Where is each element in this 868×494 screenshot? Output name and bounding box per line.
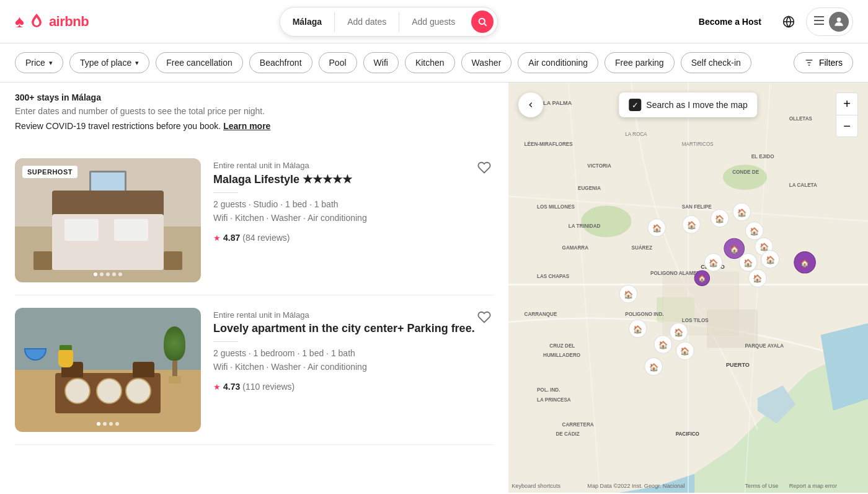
listing-rating-2: ★ 4.73 (110 reviews) bbox=[213, 382, 494, 392]
self-check-in-label: Self check-in bbox=[691, 58, 741, 68]
guests-input[interactable]: Add guests bbox=[399, 12, 467, 32]
zoom-out-button[interactable]: − bbox=[836, 115, 858, 137]
star-icon: ★ bbox=[213, 233, 221, 243]
svg-point-17 bbox=[581, 205, 631, 237]
listing-title-2[interactable]: Lovely apartment in the city center+ Par… bbox=[213, 322, 494, 335]
filter-chip-kitchen[interactable]: Kitchen bbox=[405, 52, 455, 73]
map-area[interactable]: LA PALMA PARQUE DEL SUR OLLETAS EL EJIDO… bbox=[508, 83, 868, 493]
filter-icon bbox=[804, 58, 814, 68]
listing-title-1[interactable]: Malaga Lifestyle ★★★★★ bbox=[213, 173, 494, 186]
map-placeholder: LA PALMA PARQUE DEL SUR OLLETAS EL EJIDO… bbox=[508, 83, 868, 493]
learn-more-link[interactable]: Learn more bbox=[223, 121, 270, 131]
bed bbox=[52, 214, 164, 270]
zoom-in-button[interactable]: + bbox=[836, 92, 858, 115]
search-as-move-control[interactable]: ✓ Search as I move the map bbox=[619, 92, 757, 117]
search-bar: Málaga Add dates Add guests bbox=[280, 7, 498, 37]
dates-input[interactable]: Add dates bbox=[335, 12, 399, 32]
map-svg: LA PALMA PARQUE DEL SUR OLLETAS EL EJIDO… bbox=[508, 83, 868, 493]
listing-info-2: Entire rental unit in Málaga Lovely apar… bbox=[213, 308, 494, 432]
filters-button[interactable]: Filters bbox=[794, 52, 853, 73]
logo[interactable]: ♠ airbnb bbox=[15, 12, 89, 32]
svg-text:CONDE DE: CONDE DE bbox=[732, 169, 759, 175]
listing-card-2: Entire rental unit in Málaga Lovely apar… bbox=[15, 295, 494, 445]
hamburger-icon bbox=[814, 16, 824, 27]
svg-text:🏠: 🏠 bbox=[743, 258, 753, 268]
svg-text:🏠: 🏠 bbox=[633, 325, 643, 335]
airbnb-flame-icon bbox=[28, 13, 45, 30]
search-button[interactable] bbox=[471, 11, 494, 33]
chair-back bbox=[133, 362, 154, 377]
washer-label: Washer bbox=[472, 58, 502, 68]
svg-text:🏠: 🏠 bbox=[674, 328, 684, 338]
rating-value-2: 4.73 bbox=[223, 382, 240, 392]
svg-text:🏠: 🏠 bbox=[715, 214, 725, 224]
headboard bbox=[52, 191, 164, 215]
listing-amenities-2: Wifi · Kitchen · Washer · Air conditioni… bbox=[213, 362, 494, 372]
header: ♠ airbnb Málaga Add dates Add guests Bec… bbox=[0, 0, 868, 43]
filter-chip-price[interactable]: Price ▾ bbox=[15, 52, 63, 73]
price-label: Price bbox=[25, 58, 45, 68]
pool-label: Pool bbox=[329, 58, 347, 68]
filter-chip-air-conditioning[interactable]: Air conditioning bbox=[518, 52, 598, 73]
filter-chip-washer[interactable]: Washer bbox=[461, 52, 512, 73]
svg-text:🏠: 🏠 bbox=[750, 227, 760, 236]
left-panel: 300+ stays in Málaga Enter dates and num… bbox=[0, 83, 508, 493]
become-host-button[interactable]: Become a Host bbox=[689, 11, 771, 33]
wishlist-button-1[interactable] bbox=[477, 161, 491, 178]
svg-text:SAN FELIPE: SAN FELIPE bbox=[682, 204, 712, 210]
filter-chip-free-cancellation[interactable]: Free cancellation bbox=[156, 52, 243, 73]
svg-text:🏠: 🏠 bbox=[680, 346, 690, 356]
search-as-move-label: Search as I move the map bbox=[646, 100, 747, 110]
svg-text:POLIGONO IND.: POLIGONO IND. bbox=[625, 312, 663, 317]
svg-text:CARRANQUE: CARRANQUE bbox=[525, 312, 557, 317]
image-dots-2 bbox=[97, 422, 119, 426]
image-dots-1 bbox=[94, 272, 122, 276]
svg-text:SUÁREZ: SUÁREZ bbox=[631, 245, 652, 251]
dot bbox=[94, 272, 97, 276]
results-count: 300+ stays in Málaga bbox=[15, 92, 494, 102]
svg-text:LA TRINIDAD: LA TRINIDAD bbox=[569, 223, 601, 229]
svg-text:CRUZ DEL: CRUZ DEL bbox=[549, 343, 575, 349]
listing-info-1: Entire rental unit in Málaga Malaga Life… bbox=[213, 158, 494, 282]
svg-text:🏠: 🏠 bbox=[766, 255, 776, 265]
wishlist-button-2[interactable] bbox=[477, 310, 491, 328]
location-input[interactable]: Málaga bbox=[280, 12, 335, 32]
listing-card-1: SUPERHOST Entire rental unit in Málaga M… bbox=[15, 146, 494, 295]
globe-button[interactable] bbox=[776, 9, 801, 34]
svg-text:Keyboard shortcuts: Keyboard shortcuts bbox=[512, 483, 560, 489]
svg-text:LOS TILOS: LOS TILOS bbox=[682, 318, 709, 323]
filter-chip-free-parking[interactable]: Free parking bbox=[604, 52, 675, 73]
listing-amenities-1: Wifi · Kitchen · Washer · Air conditioni… bbox=[213, 213, 494, 223]
free-parking-label: Free parking bbox=[615, 58, 664, 68]
user-menu-button[interactable] bbox=[806, 7, 853, 36]
filter-chip-type-of-place[interactable]: Type of place ▾ bbox=[69, 52, 149, 73]
dot bbox=[106, 272, 110, 276]
dot bbox=[100, 272, 104, 276]
svg-text:🏠: 🏠 bbox=[658, 340, 668, 350]
svg-text:LA ROCA: LA ROCA bbox=[625, 132, 647, 137]
map-back-button[interactable] bbox=[518, 92, 543, 117]
avatar bbox=[829, 12, 849, 32]
svg-text:🏠: 🏠 bbox=[698, 274, 706, 282]
svg-text:🏠: 🏠 bbox=[709, 258, 719, 268]
filter-chip-pool[interactable]: Pool bbox=[319, 52, 357, 73]
svg-text:LÉEN-MIRAFLORES: LÉEN-MIRAFLORES bbox=[525, 141, 574, 147]
dot bbox=[118, 272, 122, 276]
plate bbox=[96, 378, 122, 404]
listing-type-2: Entire rental unit in Málaga bbox=[213, 310, 494, 320]
listing-image-container-1[interactable]: SUPERHOST bbox=[15, 158, 201, 282]
svg-text:POL. IND.: POL. IND. bbox=[537, 387, 560, 393]
filter-chip-beachfront[interactable]: Beachfront bbox=[249, 52, 312, 73]
wifi-label: Wifi bbox=[374, 58, 388, 68]
airbnb-logo-icon: ♠ bbox=[15, 12, 24, 32]
svg-text:LA PRINCESA: LA PRINCESA bbox=[537, 397, 571, 403]
map-zoom-controls: + − bbox=[836, 92, 858, 137]
listing-image-container-2[interactable] bbox=[15, 308, 201, 432]
pineapple bbox=[58, 345, 73, 367]
svg-text:MARTIRICOS: MARTIRICOS bbox=[682, 141, 714, 147]
filter-chip-self-check-in[interactable]: Self check-in bbox=[681, 52, 751, 73]
svg-text:LA PALMA: LA PALMA bbox=[543, 100, 572, 106]
dot bbox=[103, 422, 107, 426]
covid-note-text: Review COVID-19 travel restrictions befo… bbox=[15, 121, 223, 131]
filter-chip-wifi[interactable]: Wifi bbox=[363, 52, 399, 73]
